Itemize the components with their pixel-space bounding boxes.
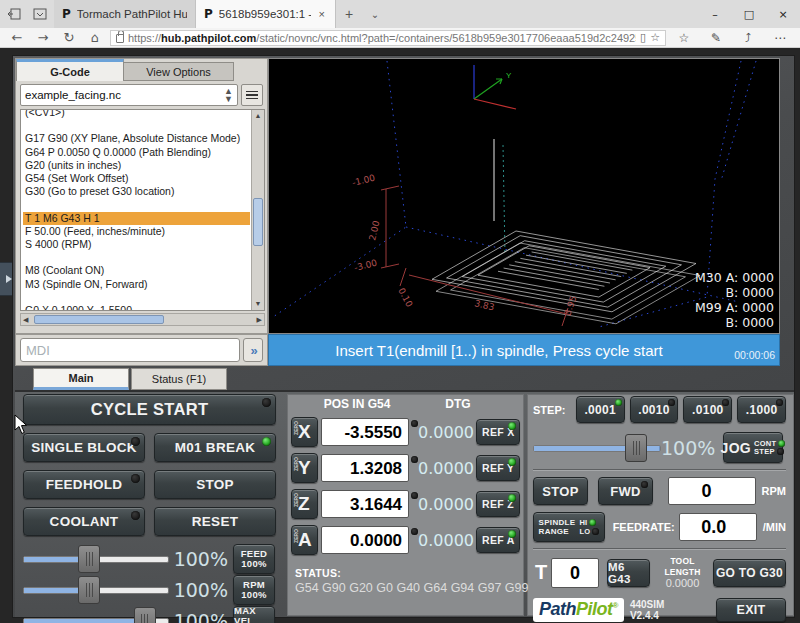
feed-100-button[interactable]: FEED100%: [233, 544, 275, 574]
url-field[interactable]: https://hub.pathpilot.com/static/novnc/v…: [110, 30, 666, 46]
favorites-hub-icon[interactable]: ☆: [670, 31, 698, 45]
x-dro-led: [411, 420, 418, 427]
gcode-line: M8 (Coolant ON): [23, 264, 250, 277]
tab-gcode[interactable]: G-Code: [16, 59, 124, 81]
slider-handle[interactable]: [78, 576, 100, 604]
reset-button[interactable]: RESET: [154, 507, 276, 536]
tab-view-options[interactable]: View Options: [124, 62, 234, 81]
tab-preview-icon[interactable]: [30, 6, 50, 22]
zero-y-button[interactable]: ZEROY: [291, 453, 318, 483]
gcode-line: S 4000 (RPM): [23, 238, 250, 251]
browser-tab-pathpilot-hub[interactable]: P Tormach PathPilot Hub: [54, 0, 196, 28]
favorite-star-icon[interactable]: ☆: [650, 31, 660, 44]
browser-tab-novnc[interactable]: P 5618b959e301:1 - noVN ×: [196, 0, 336, 28]
slider-handle[interactable]: [625, 434, 647, 462]
step-1000-button[interactable]: .1000: [737, 396, 786, 423]
new-tab-button[interactable]: +: [336, 0, 362, 28]
gcode-line: G30 (Go to preset G30 location): [23, 185, 250, 198]
y-axis-label: Y: [506, 71, 512, 80]
step-0100-button[interactable]: .0100: [683, 396, 732, 423]
scroll-down-icon[interactable]: ▼: [252, 298, 264, 310]
window-minimize-button[interactable]: –: [698, 0, 732, 28]
gcode-horizontal-scrollbar[interactable]: ◀ ▶: [20, 313, 265, 326]
toolpath-3d-view[interactable]: Y: [268, 58, 780, 334]
tab-main[interactable]: Main: [33, 368, 129, 390]
stop-button[interactable]: STOP: [154, 470, 276, 499]
refresh-icon[interactable]: ↻: [58, 30, 80, 45]
button-label: FWD: [610, 484, 641, 499]
rpm-override-slider[interactable]: [23, 575, 169, 605]
share-icon[interactable]: ⤴: [734, 31, 762, 45]
ref-z-button[interactable]: REF Z: [476, 491, 520, 517]
version-label: V2.4.4: [630, 610, 664, 621]
tool-number-field[interactable]: 0: [551, 558, 599, 588]
back-icon[interactable]: ←: [6, 30, 28, 45]
window-close-button[interactable]: ×: [766, 0, 800, 28]
scroll-thumb[interactable]: [253, 198, 263, 246]
zero-a-button[interactable]: ZEROA: [291, 525, 318, 555]
mdi-input[interactable]: [20, 338, 240, 362]
scroll-left-icon[interactable]: ◀: [23, 314, 28, 325]
url-text[interactable]: https://hub.pathpilot.com/static/novnc/v…: [128, 32, 636, 44]
forward-icon[interactable]: →: [32, 30, 54, 45]
z-dtg-value: 0.0000: [418, 495, 474, 514]
screen-tabs: Main Status (F1): [15, 368, 227, 390]
rpm-100-button[interactable]: RPM100%: [233, 575, 275, 605]
zero-z-button[interactable]: ZEROZ: [291, 489, 318, 519]
tab-close-icon[interactable]: ×: [317, 8, 327, 20]
jog-cont-step-button[interactable]: JOG CONT STEP: [723, 432, 783, 463]
coolant-button[interactable]: COOLANT: [23, 507, 145, 536]
z-dro-field[interactable]: 3.1644: [321, 490, 409, 518]
window-maximize-button[interactable]: □: [732, 0, 766, 28]
gcode-vertical-scrollbar[interactable]: ▲ ▼: [251, 110, 264, 310]
slider-handle[interactable]: [78, 545, 100, 573]
set-aside-tabs-icon[interactable]: [4, 6, 24, 22]
scroll-up-icon[interactable]: ▲: [252, 110, 264, 122]
home-icon[interactable]: ⌂: [84, 30, 106, 45]
rpm-field[interactable]: 0: [668, 477, 756, 505]
spindle-fwd-button[interactable]: FWD: [598, 477, 653, 505]
button-label: 100%: [241, 590, 267, 600]
url-domain: hub.pathpilot.com: [161, 32, 256, 44]
mdi-submit-button[interactable]: »: [243, 338, 263, 362]
feedrate-field[interactable]: 0.0: [679, 513, 757, 541]
maxvel-override-slider[interactable]: [23, 606, 169, 623]
m6-g43-button[interactable]: M6 G43: [607, 559, 650, 587]
single-block-button[interactable]: SINGLE BLOCK: [23, 433, 145, 462]
coolant-led: [131, 511, 140, 520]
cycle-start-button[interactable]: CYCLE START: [23, 394, 276, 425]
feedrate-label: FEEDRATE:: [613, 521, 675, 533]
ref-a-led: [508, 530, 516, 538]
spindle-stop-button[interactable]: STOP: [533, 477, 588, 505]
feed-override-slider[interactable]: [23, 544, 169, 574]
step-0010-button[interactable]: .0010: [630, 396, 679, 423]
more-options-icon[interactable]: ⋯: [766, 31, 794, 45]
m01-break-button[interactable]: M01 BREAK: [154, 433, 276, 462]
y-dro-field[interactable]: 1.3208: [321, 454, 409, 482]
scroll-thumb[interactable]: [34, 315, 164, 324]
jog-speed-slider[interactable]: [533, 433, 661, 463]
feedhold-button[interactable]: FEEDHOLD: [23, 470, 145, 499]
gcode-listing[interactable]: (<CV1>) G17 G90 (XY Plane, Absolute Dist…: [20, 109, 265, 311]
ref-y-button[interactable]: REF Y: [476, 455, 520, 481]
a-dro-field[interactable]: 0.0000: [321, 526, 409, 554]
spindle-range-button[interactable]: SPINDLERANGE HI LO: [533, 512, 605, 542]
step-0001-button[interactable]: .0001: [576, 396, 625, 423]
tab-list-chevron-icon[interactable]: ⌄: [362, 0, 388, 28]
reading-view-icon[interactable]: ▯: [640, 31, 646, 44]
zero-x-button[interactable]: ZEROX: [291, 417, 318, 447]
x-dro-field[interactable]: -3.5550: [321, 418, 409, 446]
maxvel-100-button[interactable]: MAX VEL100%: [233, 606, 275, 623]
ref-a-button[interactable]: REF A: [476, 527, 520, 553]
go-to-g30-button[interactable]: GO TO G30: [713, 559, 786, 587]
z-dro-led: [411, 492, 418, 499]
scroll-right-icon[interactable]: ▶: [257, 314, 262, 325]
loaded-file-select[interactable]: example_facing.nc ▲▼: [20, 84, 238, 106]
ref-x-button[interactable]: REF X: [476, 419, 520, 445]
slider-handle[interactable]: [134, 607, 156, 623]
web-notes-icon[interactable]: ✎: [702, 31, 730, 45]
file-menu-button[interactable]: [241, 84, 263, 106]
gcode-line: [23, 291, 250, 304]
tab-status-f1[interactable]: Status (F1): [131, 368, 227, 390]
exit-button[interactable]: EXIT: [716, 598, 786, 622]
